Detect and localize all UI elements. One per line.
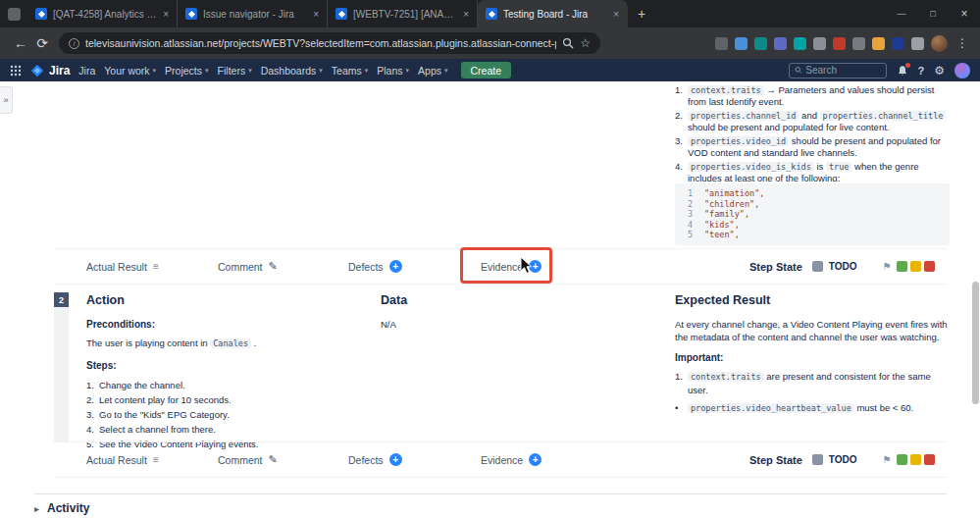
extension-icon[interactable]	[852, 37, 865, 50]
new-tab-button[interactable]: +	[638, 6, 645, 22]
tab-close-icon[interactable]: ×	[313, 9, 319, 20]
help-icon[interactable]: ?	[918, 65, 925, 77]
extension-icon[interactable]	[892, 37, 904, 50]
status-pass-button[interactable]	[897, 454, 907, 465]
jira-logo[interactable]: Jira	[30, 64, 70, 78]
nav-item-filters[interactable]: Filters ▾	[218, 65, 252, 77]
tab-close-icon[interactable]: ×	[463, 9, 469, 20]
nav-item-label: Plans	[377, 65, 402, 77]
list-item: 3.Go to the "Kids" EPG Category.	[86, 407, 373, 422]
evidence-add-button[interactable]: Evidence +	[481, 442, 542, 477]
jira-favicon	[486, 8, 497, 20]
nav-item-plans[interactable]: Plans ▾	[377, 65, 409, 77]
search-input[interactable]	[805, 65, 880, 76]
browser-tab-2[interactable]: Issue navigator - Jira ×	[178, 0, 328, 27]
browser-tab-3[interactable]: [WEBTV-7251] [ANALYTICS] [V... ×	[328, 0, 478, 27]
defects-add-button[interactable]: Defects +	[348, 249, 402, 284]
close-window-button[interactable]: ×	[949, 0, 980, 27]
expected-paragraph: At every channel change, a Video Content…	[675, 318, 950, 343]
sidebar-expand-button[interactable]: »	[0, 86, 13, 114]
app-switcher-icon[interactable]	[10, 65, 22, 77]
refresh-button[interactable]: ⟳	[31, 35, 53, 51]
inline-code: context.traits	[688, 372, 764, 382]
user-avatar[interactable]	[954, 63, 970, 78]
list-text: Go to the "Kids" EPG Category.	[99, 407, 373, 422]
tab-title: Testing Board - Jira	[503, 9, 607, 20]
comment-button[interactable]: Comment ✎	[218, 442, 278, 477]
extensions-puzzle-icon[interactable]	[911, 37, 924, 50]
browser-tab-active[interactable]: Testing Board - Jira ×	[478, 0, 628, 27]
address-bar[interactable]: i televisaunivision.atlassian.net/projec…	[59, 32, 600, 54]
scrollbar-thumb[interactable]	[972, 282, 979, 404]
status-blocked-button[interactable]	[910, 261, 921, 272]
status-badge: TODO	[829, 261, 857, 272]
extension-icon[interactable]	[872, 37, 885, 50]
list-text: Change the channel.	[99, 378, 373, 392]
actual-result-button[interactable]: Actual Result ≡	[86, 249, 159, 284]
back-button[interactable]: ←	[10, 35, 31, 51]
nav-item-dashboards[interactable]: Dashboards ▾	[261, 65, 323, 77]
search-box[interactable]	[789, 63, 887, 78]
status-pass-button[interactable]	[897, 261, 907, 272]
steps-list: 1.Change the channel. 2.Let content play…	[86, 378, 373, 451]
jira-favicon	[185, 8, 197, 20]
status-fail-button[interactable]	[924, 454, 935, 465]
bookmark-star-icon[interactable]: ☆	[580, 36, 591, 50]
tab-close-icon[interactable]: ×	[613, 9, 619, 20]
defects-label: Defects	[348, 261, 384, 273]
nav-item-apps[interactable]: Apps ▾	[418, 65, 447, 77]
browser-menu-icon[interactable]: ⋮	[954, 36, 970, 50]
content-area: » 1. context.traits → Parameters and val…	[0, 81, 980, 519]
flag-icon[interactable]: ⚑	[883, 261, 892, 272]
extension-icon[interactable]	[813, 37, 826, 50]
step2-action-column: Action Preconditions: The user is playin…	[86, 294, 373, 451]
minimize-button[interactable]: —	[886, 0, 917, 27]
plus-circle-icon[interactable]: +	[529, 453, 542, 466]
plus-circle-icon[interactable]: +	[389, 260, 402, 273]
code-text: "kids",	[704, 220, 740, 231]
status-fail-button[interactable]	[924, 261, 935, 272]
settings-gear-icon[interactable]: ⚙	[934, 64, 945, 78]
defects-add-button[interactable]: Defects +	[348, 442, 402, 477]
pencil-icon: ✎	[269, 260, 278, 273]
status-blocked-button[interactable]	[910, 454, 921, 465]
tab-title: [QAT-4258] Analytics [ALL] | Se...	[53, 9, 157, 20]
jira-favicon	[35, 8, 47, 20]
zoom-indicator-icon[interactable]	[562, 37, 574, 49]
browser-profile-avatar[interactable]	[931, 35, 948, 52]
nav-item-jira[interactable]: Jira	[78, 65, 95, 77]
status-badge: TODO	[829, 454, 857, 465]
list-item: 1. context.traits → Parameters and value…	[675, 84, 950, 108]
nav-item-projects[interactable]: Projects ▾	[165, 65, 208, 77]
tab-close-icon[interactable]: ×	[163, 9, 169, 20]
window-controls: — □ ×	[886, 0, 980, 27]
flag-icon[interactable]: ⚑	[883, 454, 892, 465]
site-info-icon[interactable]: i	[69, 38, 79, 49]
activity-section[interactable]: ▸ Activity	[34, 493, 947, 515]
extension-icon[interactable]	[754, 37, 767, 50]
notifications-bell-icon[interactable]	[897, 65, 908, 77]
extension-icon[interactable]	[715, 37, 728, 50]
maximize-button[interactable]: □	[917, 0, 949, 27]
extension-icon[interactable]	[774, 37, 787, 50]
list-marker: 2.	[86, 392, 99, 407]
actual-result-button[interactable]: Actual Result ≡	[86, 442, 159, 477]
jira-favicon	[335, 8, 347, 20]
column-header: Data	[381, 294, 577, 307]
browser-tab-1[interactable]: [QAT-4258] Analytics [ALL] | Se... ×	[27, 0, 178, 27]
extension-icon[interactable]	[735, 37, 748, 50]
list-marker: 1.	[675, 84, 688, 108]
extension-icon[interactable]	[794, 37, 806, 50]
list-marker: 4.	[86, 422, 99, 437]
list-marker: 1.	[675, 370, 688, 396]
nav-item-teams[interactable]: Teams ▾	[332, 65, 368, 77]
precondition-text: The user is playing content in Canales .	[86, 337, 373, 350]
plus-circle-icon[interactable]: +	[389, 453, 402, 466]
nav-item-your-work[interactable]: Your work ▾	[104, 65, 156, 77]
comment-button[interactable]: Comment ✎	[218, 249, 278, 284]
extension-icon[interactable]	[833, 37, 846, 50]
chevron-right-icon[interactable]: ▸	[34, 503, 39, 514]
extensions-row: ⋮	[715, 35, 970, 52]
create-button[interactable]: Create	[461, 62, 512, 78]
nav-item-label: Jira	[78, 65, 95, 77]
